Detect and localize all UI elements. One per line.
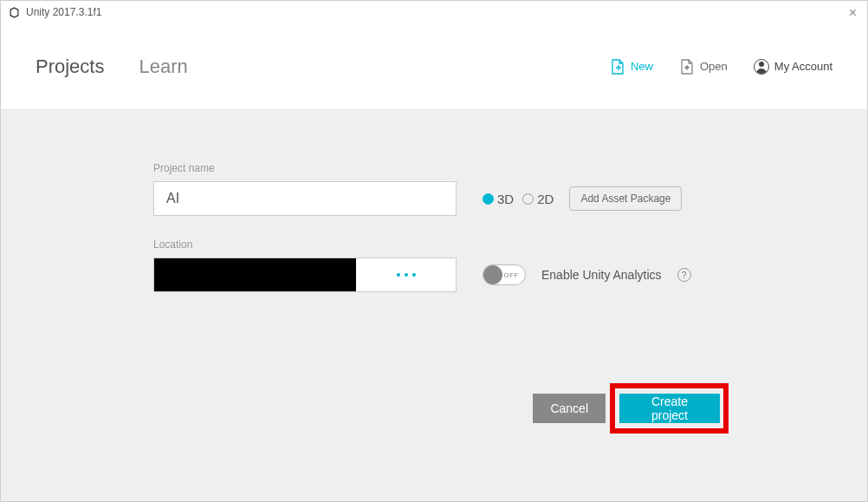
analytics-label: Enable Unity Analytics	[541, 268, 662, 282]
create-project-button[interactable]: Create project	[619, 394, 720, 423]
open-file-icon	[679, 59, 695, 75]
open-button[interactable]: Open	[679, 59, 728, 75]
radio-circle-icon	[522, 193, 534, 205]
unity-logo-icon	[8, 6, 21, 19]
tab-projects[interactable]: Projects	[36, 55, 104, 78]
analytics-toggle[interactable]: OFF	[483, 264, 526, 285]
toggle-knob-icon	[483, 265, 502, 284]
project-name-label: Project name	[153, 162, 457, 174]
radio-3d[interactable]: 3D	[483, 192, 514, 206]
radio-2d-label: 2D	[537, 192, 554, 206]
account-label: My Account	[774, 60, 832, 73]
location-row: Location OFF Enable Unity Analytics ?	[1, 238, 867, 292]
open-label: Open	[700, 60, 728, 73]
my-account-button[interactable]: My Account	[754, 59, 832, 75]
header: Projects Learn New Open My Account	[1, 23, 867, 110]
tab-learn[interactable]: Learn	[139, 55, 187, 78]
dot-icon	[405, 273, 408, 277]
avatar-icon	[754, 59, 769, 75]
tabs: Projects Learn	[36, 55, 188, 78]
header-actions: New Open My Account	[610, 59, 832, 75]
location-browse-button[interactable]	[356, 258, 456, 291]
location-input[interactable]	[153, 258, 457, 292]
window-title: Unity 2017.3.1f1	[26, 6, 101, 18]
button-row: Cancel Create project	[533, 394, 720, 423]
radio-2d[interactable]: 2D	[522, 192, 554, 206]
location-label: Location	[153, 238, 457, 251]
cancel-button[interactable]: Cancel	[533, 394, 606, 423]
new-file-icon	[610, 59, 625, 75]
close-icon[interactable]: ×	[849, 6, 857, 20]
help-icon[interactable]: ?	[677, 268, 691, 282]
new-button[interactable]: New	[610, 59, 653, 75]
dot-icon	[397, 273, 400, 277]
new-label: New	[631, 60, 653, 73]
project-name-row: Project name 3D 2D Add Asset Package	[1, 162, 867, 216]
dot-icon	[412, 273, 416, 277]
toggle-state-label: OFF	[504, 271, 520, 279]
titlebar: Unity 2017.3.1f1 ×	[1, 1, 867, 23]
radio-3d-label: 3D	[497, 192, 514, 206]
add-asset-package-button[interactable]: Add Asset Package	[569, 186, 682, 211]
dimension-radio-group: 3D 2D	[483, 192, 554, 206]
content-area: Project name 3D 2D Add Asset Package Loc…	[1, 110, 867, 501]
project-name-input[interactable]	[153, 181, 457, 216]
location-redacted	[154, 258, 356, 291]
radio-circle-icon	[483, 193, 494, 205]
